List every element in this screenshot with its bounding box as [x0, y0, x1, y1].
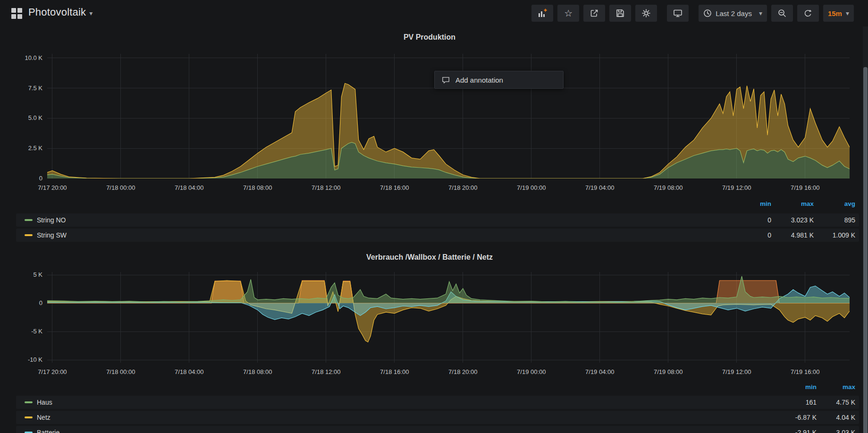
chevron-down-icon: ▾ [759, 9, 762, 17]
add-annotation-menu-item[interactable]: Add annotation [434, 71, 564, 89]
verbrauch-legend: min max Haus 161 4.75 K Netz -6.87 K 4.0… [16, 383, 859, 433]
share-icon [590, 8, 599, 18]
x-axis-tick-label: 7/18 20:00 [435, 184, 491, 191]
x-axis-tick-label: 7/19 08:00 [640, 368, 697, 375]
panel-title-pv-produktion[interactable]: PV Produktion [0, 33, 859, 42]
refresh-interval-label: 15m [828, 9, 842, 17]
haus-max: 4.75 K [803, 399, 855, 406]
y-axis-tick-label: 5.0 K [2, 114, 42, 121]
add-annotation-label: Add annotation [455, 76, 503, 84]
x-axis-tick-label: 7/18 16:00 [366, 184, 423, 191]
series-color-swatch [25, 416, 33, 418]
x-axis-tick-label: 7/19 12:00 [708, 368, 765, 375]
series-label-netz[interactable]: Netz [37, 414, 51, 421]
x-axis-tick-label: 7/18 04:00 [161, 184, 218, 191]
x-axis-tick-label: 7/18 08:00 [229, 184, 286, 191]
chevron-down-icon: ▾ [846, 9, 849, 17]
legend-row-batterie: Batterie -2.91 K 3.03 K [16, 426, 859, 433]
refresh-button[interactable] [797, 5, 819, 22]
series-label-haus[interactable]: Haus [37, 399, 52, 406]
y-axis-tick-label: 10.0 K [2, 54, 42, 61]
series-label-batterie[interactable]: Batterie [37, 429, 59, 433]
x-axis-tick-label: 7/19 16:00 [777, 184, 834, 191]
y-axis-tick-label: -10 K [2, 356, 42, 363]
panel-title-verbrauch[interactable]: Verbrauch /Wallbox / Batterie / Netz [0, 253, 859, 262]
cycle-view-mode-button[interactable] [667, 5, 689, 22]
y-axis-tick-label: -5 K [2, 328, 42, 335]
dashboard-settings-button[interactable] [635, 5, 657, 22]
y-axis-tick-label: 0 [2, 175, 42, 182]
share-dashboard-button[interactable] [583, 5, 605, 22]
time-range-label: Last 2 days [716, 9, 752, 17]
y-axis-tick-label: 5 K [2, 271, 42, 278]
legend-row-string-no: String NO 0 3.023 K 895 [16, 213, 859, 227]
magnifier-zoom-out-icon [777, 8, 787, 18]
legend-row-netz: Netz -6.87 K 4.04 K [16, 411, 859, 424]
x-axis-tick-label: 7/19 00:00 [503, 184, 560, 191]
x-axis-tick-label: 7/19 12:00 [708, 184, 765, 191]
pv-produktion-legend: min max avg String NO 0 3.023 K 895 Stri… [16, 200, 859, 243]
x-axis-tick-label: 7/19 04:00 [572, 184, 628, 191]
x-axis-tick-label: 7/19 16:00 [777, 368, 834, 375]
batterie-max: 3.03 K [803, 429, 855, 433]
chevron-down-icon: ▾ [89, 9, 93, 17]
scrollbar-thumb[interactable] [863, 67, 868, 433]
refresh-icon [803, 9, 812, 18]
x-axis-tick-label: 7/18 16:00 [366, 368, 423, 375]
x-axis-tick-label: 7/18 08:00 [229, 368, 286, 375]
scrollbar-track[interactable] [863, 26, 868, 433]
clock-icon [703, 9, 712, 17]
legend-column-avg[interactable]: avg [803, 200, 855, 207]
x-axis-tick-label: 7/17 20:00 [24, 368, 81, 375]
series-color-swatch [25, 401, 33, 403]
verbrauch-plot-area[interactable] [47, 272, 850, 363]
x-axis-tick-label: 7/18 00:00 [93, 368, 149, 375]
time-range-picker[interactable]: Last 2 days ▾ [699, 5, 767, 22]
save-icon [615, 8, 625, 18]
navbar: Photovoltaik▾ ☆ [0, 0, 868, 26]
x-axis-tick-label: 7/18 20:00 [435, 368, 491, 375]
legend-column-max[interactable]: max [803, 383, 855, 391]
y-axis-tick-label: 7.5 K [2, 85, 42, 92]
series-color-swatch [25, 219, 33, 221]
legend-row-haus: Haus 161 4.75 K [16, 396, 859, 409]
refresh-interval-dropdown[interactable]: 15m ▾ [823, 5, 854, 22]
series-color-swatch [25, 234, 33, 236]
add-panel-icon [538, 8, 547, 18]
monitor-icon [673, 8, 683, 18]
legend-row-string-sw: String SW 0 4.981 K 1.009 K [16, 229, 859, 242]
y-axis-tick-label: 2.5 K [2, 144, 42, 152]
series-label-string-sw[interactable]: String SW [37, 231, 67, 239]
grafana-dashboard-grid-icon[interactable] [11, 8, 22, 19]
series-label-string-no[interactable]: String NO [37, 216, 66, 224]
string-sw-avg: 1.009 K [803, 231, 855, 239]
x-axis-tick-label: 7/18 04:00 [161, 368, 218, 375]
zoom-out-button[interactable] [771, 5, 793, 22]
add-panel-button[interactable] [531, 5, 553, 22]
y-axis-tick-label: 0 [2, 299, 42, 306]
netz-max: 4.04 K [803, 414, 855, 421]
dashboard-title: Photovoltaik [28, 6, 86, 18]
string-no-avg: 895 [803, 216, 855, 224]
x-axis-tick-label: 7/18 00:00 [93, 184, 149, 191]
x-axis-tick-label: 7/18 12:00 [298, 368, 354, 375]
x-axis-tick-label: 7/19 04:00 [572, 368, 628, 375]
save-dashboard-button[interactable] [609, 5, 631, 22]
x-axis-tick-label: 7/18 12:00 [298, 184, 354, 191]
x-axis-tick-label: 7/19 00:00 [503, 368, 560, 375]
x-axis-tick-label: 7/17 20:00 [24, 184, 81, 191]
star-icon: ☆ [564, 8, 573, 18]
x-axis-tick-label: 7/19 08:00 [640, 184, 697, 191]
star-dashboard-button[interactable]: ☆ [557, 5, 579, 22]
verbrauch-chart[interactable]: 5 K0-5 K-10 K7/17 20:007/18 00:007/18 04… [47, 272, 850, 363]
comment-bubble-icon [441, 76, 450, 85]
gear-icon [641, 8, 651, 18]
dashboard-title-dropdown[interactable]: Photovoltaik▾ [28, 6, 93, 18]
